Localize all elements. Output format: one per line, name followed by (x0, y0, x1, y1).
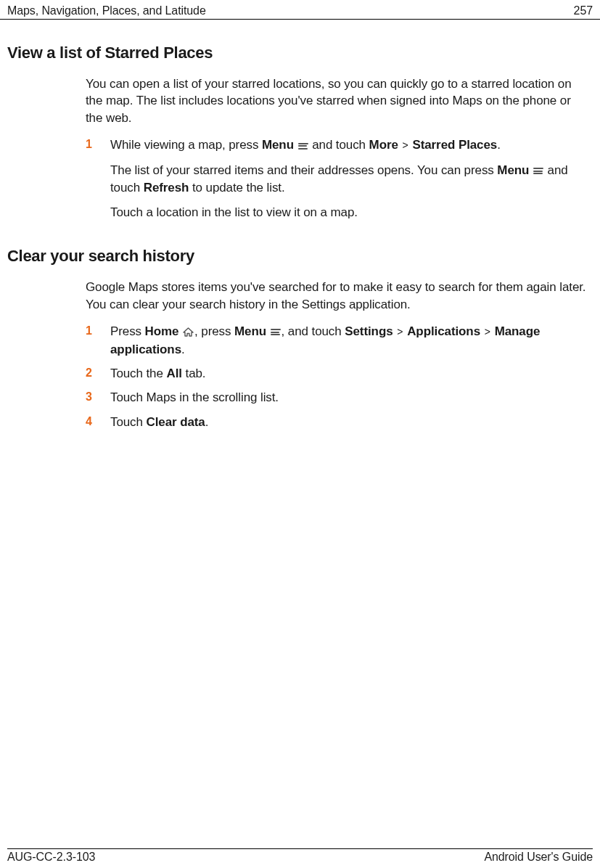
step-body: Press Home , press Menu , and touch Sett… (110, 323, 589, 358)
breadcrumb-separator: > (400, 139, 411, 151)
menu-label: Menu (262, 138, 294, 152)
text: While viewing a map, press (110, 138, 262, 152)
applications-label: Applications (407, 324, 480, 338)
menu-icon (271, 324, 281, 340)
chapter-title: Maps, Navigation, Places, and Latitude (7, 4, 206, 17)
step-2: 2 Touch the All tab. (86, 365, 589, 382)
step-body: Touch Clear data. (110, 414, 589, 430)
step-1: 1 Press Home , press Menu , and touch Se… (86, 323, 589, 358)
menu-label: Menu (497, 163, 529, 177)
page-footer: AUG-CC-2.3-103 Android User's Guide (7, 848, 593, 864)
text: The list of your starred items and their… (110, 163, 497, 177)
step-body: Touch Maps in the scrolling list. (110, 389, 589, 406)
text: , press (194, 324, 234, 338)
step-body: While viewing a map, press Menu and touc… (110, 136, 589, 154)
text: Touch (110, 415, 147, 429)
menu-icon (298, 137, 308, 154)
step-4: 4 Touch Clear data. (86, 414, 589, 430)
step-number: 4 (86, 414, 110, 430)
clear-data-label: Clear data (147, 415, 205, 429)
intro-paragraph: You can open a list of your starred loca… (86, 75, 589, 126)
step-3: 3 Touch Maps in the scrolling list. (86, 389, 589, 406)
settings-label: Settings (345, 324, 393, 338)
starred-places-label: Starred Places (412, 138, 497, 152)
refresh-label: Refresh (144, 181, 189, 195)
step-1: 1 While viewing a map, press Menu and to… (86, 136, 589, 154)
page-header: Maps, Navigation, Places, and Latitude 2… (0, 0, 600, 20)
intro-paragraph: Google Maps stores items you've searched… (86, 279, 589, 313)
step-1-sub2: Touch a location in the list to view it … (110, 204, 589, 221)
text: . (181, 343, 185, 356)
text: , and touch (281, 324, 345, 338)
menu-icon (533, 163, 543, 179)
home-icon (183, 324, 194, 340)
page-content: View a list of Starred Places You can op… (7, 44, 593, 438)
text: tab. (182, 367, 206, 380)
page-number: 257 (574, 4, 593, 17)
home-label: Home (145, 324, 179, 338)
section-starred-places: View a list of Starred Places You can op… (7, 44, 593, 221)
step-number: 2 (86, 365, 110, 382)
step-number: 1 (86, 136, 110, 154)
section-heading: Clear your search history (7, 247, 593, 266)
doc-id: AUG-CC-2.3-103 (7, 851, 95, 864)
all-tab-label: All (166, 367, 181, 380)
text: to update the list. (189, 181, 284, 195)
text: Touch the (110, 367, 166, 380)
text: Press (110, 324, 145, 338)
section-heading: View a list of Starred Places (7, 44, 593, 62)
text: and touch (309, 138, 369, 152)
breadcrumb-separator: > (395, 326, 406, 337)
step-number: 3 (86, 389, 110, 406)
guide-name: Android User's Guide (484, 851, 593, 864)
menu-label: Menu (234, 324, 266, 338)
step-body: Touch the All tab. (110, 365, 589, 382)
step-number: 1 (86, 323, 110, 358)
breadcrumb-separator: > (482, 326, 493, 337)
more-label: More (369, 138, 398, 152)
text: . (205, 415, 209, 429)
section-clear-history: Clear your search history Google Maps st… (7, 247, 593, 430)
text: . (497, 138, 501, 152)
step-1-sub1: The list of your starred items and their… (110, 162, 589, 197)
